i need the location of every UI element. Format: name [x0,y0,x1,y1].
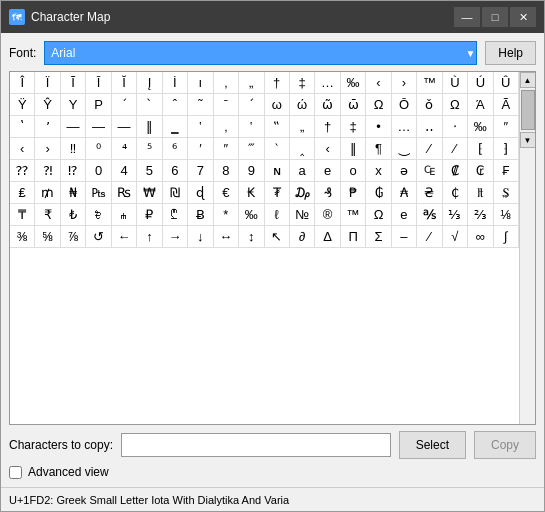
char-cell[interactable]: ω̄ [341,94,366,116]
char-cell[interactable]: ∕ [417,226,442,248]
char-cell[interactable]: ‡ [341,116,366,138]
char-cell[interactable]: ‸ [290,138,315,160]
char-cell[interactable]: ® [315,204,340,226]
char-cell[interactable]: ⅝ [35,226,60,248]
char-cell[interactable]: ˉ [214,94,239,116]
char-cell[interactable]: ‿ [392,138,417,160]
char-cell[interactable]: Į [137,72,162,94]
char-cell[interactable]: ‥ [417,116,442,138]
char-cell[interactable]: ∞ [468,226,493,248]
char-cell[interactable]: Σ [366,226,391,248]
char-cell[interactable]: ɖ [188,182,213,204]
font-dropdown[interactable]: Arial Times New Roman Courier New [44,41,477,65]
char-cell[interactable]: ″ [494,116,519,138]
char-cell[interactable]: ₢ [468,160,493,182]
char-cell[interactable]: ω [265,94,290,116]
char-cell[interactable]: ₪ [163,182,188,204]
char-cell[interactable]: ₰ [315,182,340,204]
char-cell[interactable]: ‡ [290,72,315,94]
char-cell[interactable]: ‼ [61,138,86,160]
char-cell[interactable]: „ [290,116,315,138]
char-cell[interactable]: ™ [417,72,442,94]
char-cell[interactable]: ₠ [417,160,442,182]
char-cell[interactable]: o [341,160,366,182]
char-cell[interactable]: Ω [366,94,391,116]
char-cell[interactable]: ‰ [468,116,493,138]
char-cell[interactable]: ↺ [86,226,111,248]
char-cell[interactable]: • [366,116,391,138]
char-cell[interactable]: ₡ [443,160,468,182]
char-cell[interactable]: ₨ [112,182,137,204]
char-cell[interactable]: x [366,160,391,182]
char-cell[interactable]: ʽ [10,116,35,138]
char-cell[interactable]: ₱ [341,182,366,204]
char-cell[interactable]: ₷ [494,182,519,204]
char-cell[interactable]: ⁰ [86,138,111,160]
char-cell[interactable]: 5 [137,160,162,182]
char-cell[interactable]: Ω [366,204,391,226]
char-cell[interactable]: ∂ [290,226,315,248]
char-cell[interactable]: ‗ [163,116,188,138]
help-button[interactable]: Help [485,41,536,65]
char-cell[interactable]: ‖ [137,116,162,138]
char-cell[interactable]: ‴ [239,138,264,160]
char-cell[interactable]: ∕ [443,138,468,160]
char-cell[interactable]: ″ [214,138,239,160]
char-cell[interactable]: ⅞ [61,226,86,248]
char-cell[interactable]: Ō [392,94,417,116]
char-cell[interactable]: ₻ [86,204,111,226]
char-cell[interactable]: ⅛ [494,204,519,226]
char-cell[interactable]: 9 [239,160,264,182]
char-cell[interactable]: ‚ [214,116,239,138]
char-cell[interactable]: ₦ [61,182,86,204]
char-cell[interactable]: ↖ [265,226,290,248]
char-cell[interactable]: „ [239,72,264,94]
char-cell[interactable]: ⁇ [10,160,35,182]
char-cell[interactable]: 4 [112,160,137,182]
char-cell[interactable]: ʼ [35,116,60,138]
char-cell[interactable]: ₭ [239,182,264,204]
char-cell[interactable]: ˜ [188,94,213,116]
scroll-up-button[interactable]: ▲ [520,72,536,88]
char-cell[interactable]: ⅓ [443,204,468,226]
char-cell[interactable]: Ī [86,72,111,94]
char-cell[interactable]: Ƀ [188,204,213,226]
char-cell[interactable]: – [392,226,417,248]
char-cell[interactable]: e [315,160,340,182]
char-cell[interactable]: ı [188,72,213,94]
char-cell[interactable]: ₾ [163,204,188,226]
char-cell[interactable]: Û [494,72,519,94]
char-cell[interactable]: ↑ [137,226,162,248]
select-button[interactable]: Select [399,431,466,459]
char-cell[interactable]: ‹ [315,138,340,160]
char-cell[interactable]: ‛ [239,116,264,138]
char-cell[interactable]: Δ [315,226,340,248]
char-cell[interactable]: ω̃ [315,94,340,116]
char-cell[interactable]: € [214,182,239,204]
char-cell[interactable]: ˊ [239,94,264,116]
char-cell[interactable]: ₥ [35,182,60,204]
scrollbar-thumb[interactable] [521,90,535,130]
char-cell[interactable]: ℓ [265,204,290,226]
char-cell[interactable]: ‟ [265,116,290,138]
char-cell[interactable]: ‧ [443,116,468,138]
char-cell[interactable]: ˋ [137,94,162,116]
char-cell[interactable]: ⅜ [10,226,35,248]
char-cell[interactable]: № [290,204,315,226]
char-cell[interactable]: ₶ [468,182,493,204]
char-cell[interactable]: √ [443,226,468,248]
char-cell[interactable]: ₼ [112,204,137,226]
char-cell[interactable]: Π [341,226,366,248]
char-cell[interactable]: ⁴ [112,138,137,160]
scroll-down-button[interactable]: ▼ [520,132,536,148]
char-cell[interactable]: ‰ [239,204,264,226]
char-cell[interactable]: ₯ [290,182,315,204]
char-cell[interactable]: → [163,226,188,248]
char-cell[interactable]: İ [163,72,188,94]
char-cell[interactable]: ⁄ [417,138,442,160]
char-cell[interactable]: ‚ [214,72,239,94]
char-cell[interactable]: ∫ [494,226,519,248]
char-cell[interactable]: ₲ [366,182,391,204]
char-cell[interactable]: ↓ [188,226,213,248]
char-cell[interactable]: Ù [443,72,468,94]
